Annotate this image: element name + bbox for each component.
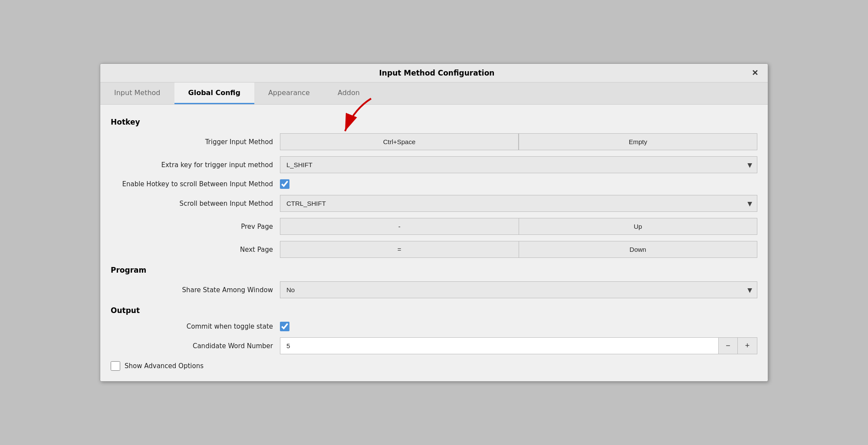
candidate-word-increment[interactable]: + [738,338,757,354]
tab-appearance[interactable]: Appearance [254,82,324,104]
show-advanced-label: Show Advanced Options [125,362,204,370]
scroll-dropdown-wrapper: CTRL_SHIFT L_SHIFT R_SHIFT None ▼ [280,195,757,212]
title-bar: Input Method Configuration ✕ [100,64,768,82]
commit-toggle-row: Commit when toggle state [111,322,757,331]
enable-hotkey-checkbox[interactable] [280,179,289,189]
window-title: Input Method Configuration [125,69,749,77]
extra-key-row: Extra key for trigger input method L_SHI… [111,156,757,173]
commit-toggle-label: Commit when toggle state [111,323,280,330]
extra-key-dropdown[interactable]: L_SHIFT R_SHIFT L_CTRL R_CTRL L_ALT R_AL… [280,156,757,173]
prev-page-btn2[interactable]: Up [519,218,758,235]
next-page-btn1[interactable]: = [280,241,519,258]
trigger-label: Trigger Input Method [111,138,280,146]
next-page-label: Next Page [111,246,280,254]
extra-key-label: Extra key for trigger input method [111,161,280,169]
trigger-btn-empty[interactable]: Empty [519,133,757,150]
hotkey-section-title: Hotkey [111,118,757,126]
prev-page-label: Prev Page [111,223,280,231]
trigger-btn-ctrl-space[interactable]: Ctrl+Space [280,133,519,150]
share-state-row: Share State Among Window No Yes Independ… [111,281,757,298]
show-advanced-row: Show Advanced Options [111,361,757,371]
scroll-label: Scroll between Input Method [111,200,280,208]
tab-bar: Input Method Global Config Appearance Ad… [100,82,768,105]
enable-hotkey-label: Enable Hotkey to scroll Between Input Me… [111,180,280,188]
share-state-dropdown-wrapper: No Yes Independent ▼ [280,281,757,298]
prev-page-row: Prev Page - Up [111,218,757,235]
program-section-title: Program [111,266,757,274]
prev-page-btn1[interactable]: - [280,218,519,235]
tab-input-method[interactable]: Input Method [100,82,174,104]
extra-key-dropdown-wrapper: L_SHIFT R_SHIFT L_CTRL R_CTRL L_ALT R_AL… [280,156,757,173]
share-state-dropdown[interactable]: No Yes Independent [280,281,757,298]
candidate-word-spinbox: − + [280,337,757,354]
output-section-title: Output [111,306,757,315]
scroll-row: Scroll between Input Method CTRL_SHIFT L… [111,195,757,212]
candidate-word-decrement[interactable]: − [719,338,738,354]
next-page-btn2[interactable]: Down [519,241,758,258]
content-area: Hotkey Trigger Input Method Ctrl+Space E… [100,105,768,381]
enable-hotkey-row: Enable Hotkey to scroll Between Input Me… [111,179,757,189]
trigger-input-method-row: Trigger Input Method Ctrl+Space Empty [111,133,757,150]
candidate-word-row: Candidate Word Number − + [111,337,757,354]
commit-toggle-checkbox[interactable] [280,322,289,331]
tab-global-config[interactable]: Global Config [174,82,254,104]
next-page-controls: = Down [280,241,757,258]
candidate-word-input[interactable] [280,338,719,354]
prev-page-controls: - Up [280,218,757,235]
scroll-dropdown[interactable]: CTRL_SHIFT L_SHIFT R_SHIFT None [280,195,757,212]
trigger-controls: Ctrl+Space Empty [280,133,757,150]
next-page-row: Next Page = Down [111,241,757,258]
candidate-word-label: Candidate Word Number [111,342,280,350]
share-state-label: Share State Among Window [111,286,280,294]
close-button[interactable]: ✕ [749,68,761,78]
tab-addon[interactable]: Addon [324,82,374,104]
show-advanced-checkbox[interactable] [111,361,120,371]
main-window: Input Method Configuration ✕ Input Metho… [100,63,768,382]
